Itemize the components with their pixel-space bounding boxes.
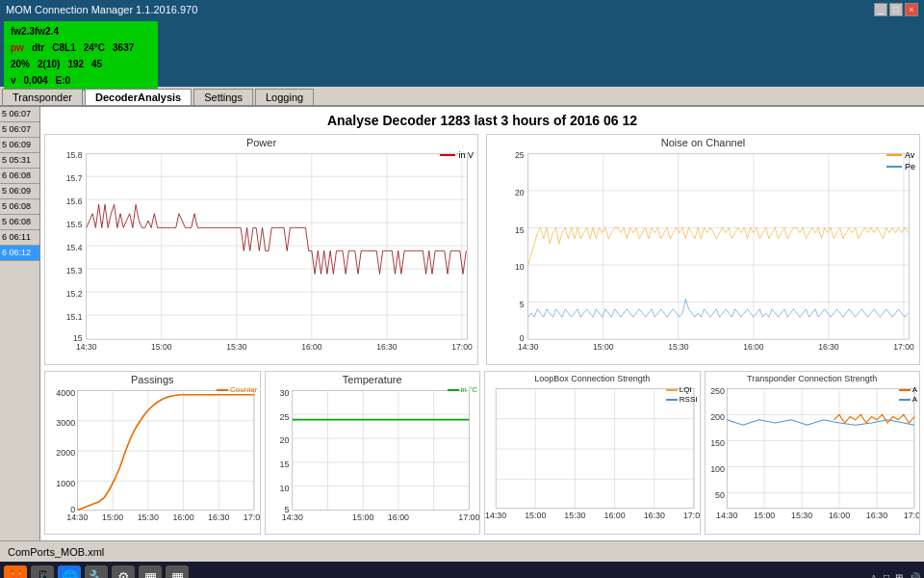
svg-text:17:00: 17:00 <box>451 342 473 352</box>
svg-text:2000: 2000 <box>56 449 75 459</box>
svg-rect-70 <box>292 390 469 510</box>
svg-text:1000: 1000 <box>56 479 75 488</box>
status-bar: ComPorts_MOB.xml <box>0 540 924 562</box>
svg-text:14:30: 14:30 <box>485 512 506 521</box>
svg-text:16:00: 16:00 <box>172 513 193 523</box>
transponder-chart-svg: 250 200 150 100 50 14:30 15:00 15:30 16:… <box>706 383 920 529</box>
sidebar-item-3[interactable]: 5 06:09 <box>0 138 39 153</box>
taskbar-icon-firefox[interactable]: 🦊 <box>4 565 27 578</box>
taskbar-icon-tool[interactable]: 🔧 <box>85 565 108 578</box>
svg-text:10: 10 <box>515 262 525 272</box>
sidebar-item-6[interactable]: 5 06:09 <box>0 184 39 199</box>
loopbox-legend-lqi: LQI <box>680 385 692 394</box>
svg-text:5: 5 <box>520 300 525 309</box>
val-c8l1: C8L1 <box>52 40 75 55</box>
label-pw: pw <box>11 40 24 55</box>
temperature-legend: in °C <box>448 385 477 394</box>
minimize-button[interactable]: _ <box>874 3 887 16</box>
info-panel: fw2.3fw2.4 pw dtr C8L1 24°C 3637 20% 2(1… <box>4 21 158 91</box>
svg-text:100: 100 <box>710 464 725 474</box>
loopbox-legend: LQI RSSI <box>666 385 698 404</box>
right-content: Analyse Decoder 1283 last 3 hours of 201… <box>40 107 924 540</box>
svg-text:15:30: 15:30 <box>564 512 585 521</box>
svg-text:16:30: 16:30 <box>865 512 886 521</box>
svg-text:17:00: 17:00 <box>893 342 914 352</box>
loopbox-chart-title: LoopBox Connection Strength <box>485 374 700 383</box>
sidebar-item-4[interactable]: 5 05:31 <box>0 153 39 169</box>
svg-text:17:00: 17:00 <box>903 512 919 521</box>
tab-logging[interactable]: Logging <box>255 89 314 105</box>
taskbar-icon-phone[interactable]: 📱 <box>31 565 54 578</box>
loopbox-legend-rssi: RSSI <box>680 395 698 404</box>
info-bar: fw2.3fw2.4 pw dtr C8L1 24°C 3637 20% 2(1… <box>0 19 924 87</box>
power-chart-title: Power <box>45 137 477 148</box>
svg-text:16:00: 16:00 <box>387 513 408 523</box>
svg-text:30: 30 <box>279 388 289 398</box>
svg-text:200: 200 <box>710 412 725 422</box>
noise-legend: Av Pe <box>886 150 915 171</box>
left-sidebar: 5 06:07 5 06:07 5 06:09 5 05:31 6 06:08 … <box>0 107 40 540</box>
svg-text:15:00: 15:00 <box>593 342 614 352</box>
taskbar-icon-grid2[interactable]: ▦ <box>166 565 189 578</box>
val-3637: 3637 <box>113 40 134 55</box>
svg-text:16:00: 16:00 <box>301 342 322 352</box>
taskbar-system-icon-3: ⊞ <box>895 572 903 579</box>
sidebar-item-10[interactable]: 6 06:12 <box>0 246 39 261</box>
temperature-chart-title: Temperature <box>266 374 480 385</box>
svg-text:15.8: 15.8 <box>66 151 83 161</box>
sidebar-item-5[interactable]: 6 06:08 <box>0 169 39 184</box>
taskbar-icon-settings[interactable]: ⚙ <box>112 565 135 578</box>
svg-text:16:30: 16:30 <box>818 342 839 352</box>
sidebar-item-1[interactable]: 5 06:07 <box>0 107 39 122</box>
svg-text:15.7: 15.7 <box>66 174 83 184</box>
noise-legend-av: Av <box>905 150 914 160</box>
noise-chart-title: Noise on Channel <box>487 137 919 148</box>
svg-text:14:30: 14:30 <box>66 513 88 523</box>
svg-text:15:30: 15:30 <box>226 342 247 352</box>
svg-text:15:30: 15:30 <box>668 342 689 352</box>
transponder-legend: A A <box>899 385 917 404</box>
temperature-chart: Temperature in °C 30 2 <box>265 371 481 535</box>
svg-text:150: 150 <box>710 438 725 448</box>
power-chart-svg: 15.8 15.7 15.6 15.5 15.4 15.3 15.2 15.1 … <box>45 148 477 359</box>
transponder-legend-a2: A <box>912 395 917 404</box>
window-controls[interactable]: _ □ × <box>874 3 918 16</box>
svg-text:15.5: 15.5 <box>66 220 83 229</box>
svg-text:16:30: 16:30 <box>208 513 229 523</box>
tab-transponder[interactable]: Transponder <box>2 89 83 105</box>
svg-text:16:30: 16:30 <box>644 512 665 521</box>
svg-text:50: 50 <box>715 490 725 500</box>
sidebar-item-2[interactable]: 5 06:07 <box>0 122 39 138</box>
taskbar-left: 🦊 📱 🌐 🔧 ⚙ ▦ ▦ <box>4 565 189 578</box>
close-button[interactable]: × <box>905 3 918 16</box>
svg-text:3000: 3000 <box>56 418 75 428</box>
taskbar-icon-web[interactable]: 🌐 <box>58 565 81 578</box>
power-chart: Power in V <box>44 134 478 365</box>
tab-settings[interactable]: Settings <box>193 89 253 105</box>
taskbar-icon-grid1[interactable]: ▦ <box>139 565 162 578</box>
transponder-legend-a1: A <box>912 385 917 394</box>
val-0004: 0,004 <box>24 73 48 88</box>
svg-text:15:00: 15:00 <box>525 512 546 521</box>
svg-text:14:30: 14:30 <box>281 513 302 523</box>
svg-text:14:30: 14:30 <box>518 342 539 352</box>
sidebar-item-7[interactable]: 5 06:08 <box>0 199 39 215</box>
svg-text:17:00: 17:00 <box>244 513 260 523</box>
svg-text:15:00: 15:00 <box>102 513 123 523</box>
svg-text:16:00: 16:00 <box>603 512 625 521</box>
svg-text:15.1: 15.1 <box>66 312 83 322</box>
maximize-button[interactable]: □ <box>889 3 903 16</box>
svg-text:15:00: 15:00 <box>754 512 775 521</box>
sidebar-item-9[interactable]: 6 06:11 <box>0 230 39 246</box>
tab-decoder-analysis[interactable]: DecoderAnalysis <box>85 89 192 105</box>
sidebar-item-8[interactable]: 5 06:08 <box>0 215 39 230</box>
top-charts-row: Power in V <box>44 134 920 365</box>
power-legend: in V <box>440 150 474 160</box>
version-text: fw2.3fw2.4 <box>11 24 59 39</box>
svg-text:15: 15 <box>515 225 525 235</box>
taskbar-right: △ □ ⊞ 🔊 <box>870 572 920 579</box>
passings-chart-title: Passings <box>45 374 260 385</box>
svg-text:17:00: 17:00 <box>458 513 479 523</box>
svg-text:17:00: 17:00 <box>683 512 700 521</box>
svg-text:15.3: 15.3 <box>66 266 83 276</box>
